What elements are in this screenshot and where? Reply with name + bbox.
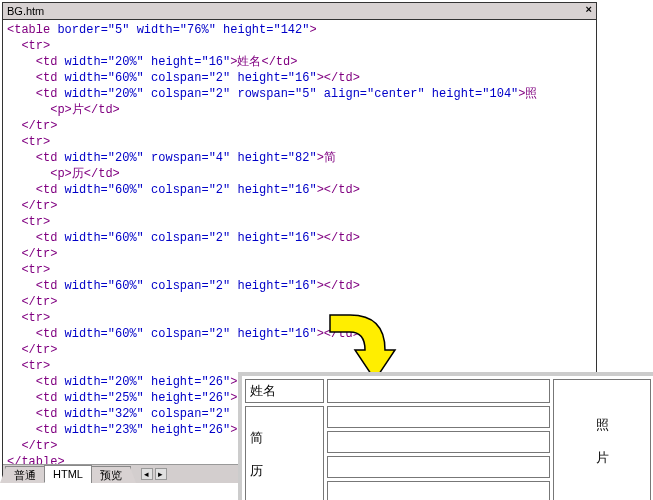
code: width="20%" height="26" [65, 375, 231, 389]
name-empty-cell [327, 379, 551, 403]
photo-label: 照 [596, 417, 609, 432]
tab-normal[interactable]: 普通 [5, 466, 45, 483]
resume-label: 历 [250, 463, 263, 478]
code: <tr> [7, 359, 50, 373]
code: > [309, 23, 316, 37]
code: <td [7, 391, 65, 405]
code: <td [7, 375, 65, 389]
code: ></td> [317, 327, 360, 341]
resume-empty-cell [327, 456, 551, 478]
code: width="20%" rowspan="4" height="82" [65, 151, 317, 165]
photo-cell: 照 片 [553, 379, 651, 500]
code: <td [7, 279, 65, 293]
name-label-cell: 姓名 [245, 379, 324, 403]
code: </tr> [7, 247, 57, 261]
rendered-preview: 姓名 照 片 简 历 E-mail 联系电话 [238, 372, 653, 500]
tab-nav-left-icon[interactable]: ◂ [141, 468, 153, 480]
code: </tr> [7, 295, 57, 309]
code: width="60%" colspan="2" height="16" [65, 71, 317, 85]
code: </tr> [7, 119, 57, 133]
code: <tr> [7, 39, 50, 53]
code: width="23%" height="26" [65, 423, 231, 437]
resume-empty-cell [327, 431, 551, 453]
tab-preview[interactable]: 预览 [91, 466, 131, 483]
code: <td [7, 407, 65, 421]
code: <td [7, 71, 65, 85]
resume-label-cell: 简 历 [245, 406, 324, 500]
code: width="60%" colspan="2" height="16" [65, 327, 317, 341]
code: <td [7, 55, 65, 69]
resume-empty-cell [327, 481, 551, 500]
tab-html[interactable]: HTML [44, 465, 92, 483]
tab-nav: ◂ ▸ [140, 468, 168, 480]
code: <table [7, 23, 57, 37]
close-icon[interactable]: × [586, 3, 592, 15]
code: width="20%" height="16" [65, 55, 231, 69]
code: width="60%" colspan="2" height="16" [65, 231, 317, 245]
code: ></td> [317, 231, 360, 245]
code: <td [7, 327, 65, 341]
code: >照 [518, 87, 537, 101]
preview-table: 姓名 照 片 简 历 E-mail 联系电话 [242, 376, 653, 500]
code: </tr> [7, 199, 57, 213]
code: <p>片</td> [7, 103, 120, 117]
code: <td [7, 423, 65, 437]
code: <tr> [7, 311, 50, 325]
code: width="25%" height="26" [65, 391, 231, 405]
code: >简 [317, 151, 336, 165]
resume-empty-cell [327, 406, 551, 428]
code: <p>历</td> [7, 167, 120, 181]
resume-label: 简 [250, 430, 263, 445]
code: width="60%" colspan="2" height="16" [65, 279, 317, 293]
code: >姓名</td> [230, 55, 297, 69]
tab-nav-right-icon[interactable]: ▸ [155, 468, 167, 480]
code: <td [7, 151, 65, 165]
code: </tr> [7, 439, 57, 453]
photo-label: 片 [596, 450, 609, 465]
code: width="20%" colspan="2" rowspan="5" alig… [65, 87, 519, 101]
titlebar: BG.htm × [3, 3, 596, 20]
code: </table> [7, 455, 65, 464]
code: <td [7, 87, 65, 101]
table-row: 姓名 照 片 [245, 379, 651, 403]
code: border="5" width="76%" height="142" [57, 23, 309, 37]
code: <tr> [7, 263, 50, 277]
code: <tr> [7, 135, 50, 149]
window-title: BG.htm [7, 5, 44, 17]
code: <td [7, 231, 65, 245]
code: <tr> [7, 215, 50, 229]
code: width="60%" colspan="2" height="16" [65, 183, 317, 197]
code: ></td> [317, 183, 360, 197]
code: ></td> [317, 279, 360, 293]
code: <td [7, 183, 65, 197]
code: </tr> [7, 343, 57, 357]
code: ></td> [317, 71, 360, 85]
